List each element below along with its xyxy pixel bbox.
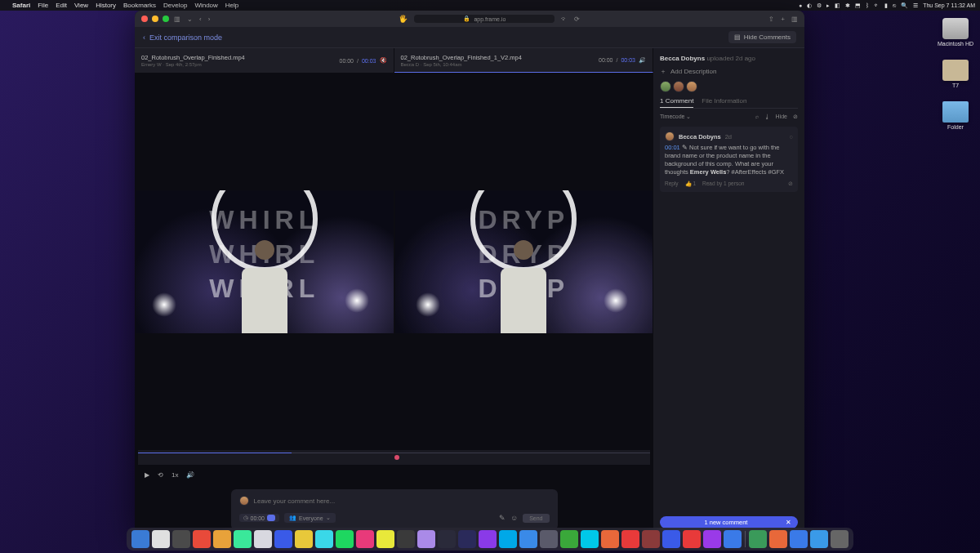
sidebar-toggle-icon[interactable]: ▥ (174, 16, 180, 23)
dock-app-icon[interactable] (810, 530, 828, 548)
viewer-avatars[interactable] (660, 81, 798, 92)
search-icon[interactable]: 🔍 (901, 2, 908, 9)
dock-app-icon[interactable] (213, 530, 231, 548)
menu-bookmarks[interactable]: Bookmarks (123, 2, 156, 9)
address-bar[interactable]: 🔒 app.frame.io (414, 15, 555, 23)
new-comment-toast[interactable]: 1 new comment ✕ (660, 516, 798, 528)
status-icon[interactable]: ⬒ (855, 2, 861, 9)
tabs-icon[interactable]: ▥ (791, 16, 798, 23)
resolve-icon[interactable]: ⊘ (788, 181, 793, 187)
dock-app-icon[interactable] (315, 530, 333, 548)
status-icon[interactable]: ⚙ (817, 2, 822, 9)
dock-app-icon[interactable] (417, 530, 435, 548)
dock-app-icon[interactable] (769, 530, 787, 548)
download-icon[interactable]: ⭳ (764, 114, 770, 120)
dock-app-icon[interactable] (438, 530, 456, 548)
share-icon[interactable]: ⇪ (768, 16, 774, 23)
wifi-icon[interactable]: ᯤ (874, 2, 880, 8)
comment-input[interactable] (254, 497, 550, 505)
status-icon[interactable]: ● (799, 2, 802, 8)
dock-app-icon[interactable] (234, 530, 252, 548)
file-tab-left[interactable]: 02_Rotobrush_Overlap_Finished.mp4 Emery … (135, 48, 394, 73)
status-icon[interactable]: ▸ (826, 2, 830, 9)
dock-app-icon[interactable] (662, 530, 680, 548)
like-button[interactable]: 👍 1 (685, 181, 696, 187)
file-tab-right[interactable]: 02_Rotobrush_Overlap_Finished_1_V2.mp4 B… (394, 48, 654, 73)
reply-button[interactable]: Reply (665, 181, 679, 187)
dock-app-icon[interactable] (601, 530, 619, 548)
menu-view[interactable]: View (74, 2, 88, 9)
timecode-toggle[interactable] (267, 515, 275, 521)
tab-comments[interactable]: 1 Comment (660, 97, 693, 108)
check-icon[interactable]: ⊘ (793, 114, 798, 120)
chevron-down-icon[interactable]: ⌄ (187, 16, 193, 23)
dock-app-icon[interactable] (621, 530, 639, 548)
back-icon[interactable]: ‹ (199, 16, 202, 23)
new-tab-icon[interactable]: + (781, 16, 785, 23)
dock-app-icon[interactable] (458, 530, 476, 548)
desktop-item-t7[interactable]: T7 (942, 60, 969, 88)
timeline-scrubber[interactable] (138, 450, 650, 465)
dock-app-icon[interactable] (540, 530, 558, 548)
dock-app-icon[interactable] (581, 530, 599, 548)
dock-app-icon[interactable] (724, 530, 742, 548)
hide-comments-button[interactable]: ▤ Hide Comments (728, 31, 796, 43)
window-close-icon[interactable] (141, 16, 148, 22)
app-name[interactable]: Safari (12, 2, 30, 9)
dock-app-icon[interactable] (479, 530, 497, 548)
menu-window[interactable]: Window (194, 2, 217, 9)
battery-icon[interactable]: ▮ (884, 2, 888, 9)
comment-menu-icon[interactable]: ○ (789, 133, 793, 140)
menu-history[interactable]: History (96, 2, 116, 9)
volume-icon[interactable]: 🔊 (639, 57, 646, 64)
menu-file[interactable]: File (38, 2, 48, 9)
dock-app-icon[interactable] (397, 530, 415, 548)
dock-app-icon[interactable] (172, 530, 190, 548)
reader-icon[interactable]: ᯤ (561, 16, 568, 23)
status-icon[interactable]: ✱ (845, 2, 850, 9)
dock-app-icon[interactable] (131, 530, 149, 548)
window-zoom-icon[interactable] (163, 16, 169, 22)
status-icon[interactable]: ◐ (807, 2, 812, 9)
desktop-item-hd[interactable]: Macintosh HD (938, 18, 973, 47)
hide-button[interactable]: Hide (776, 114, 787, 120)
bluetooth-icon[interactable]: ᛒ (866, 2, 869, 8)
dock-app-icon[interactable] (499, 530, 517, 548)
menu-help[interactable]: Help (225, 2, 238, 9)
status-icon[interactable]: ⎋ (893, 2, 896, 8)
dock-app-icon[interactable] (274, 530, 292, 548)
timecode-chip[interactable]: ◷ 00:00 (239, 514, 280, 522)
comment-card[interactable]: Becca Dobyns 2d ○ 00:01 ✎ Not sure if we… (660, 127, 798, 192)
dock-app-icon[interactable] (295, 530, 313, 548)
search-icon[interactable]: ⌕ (755, 114, 759, 120)
menu-edit[interactable]: Edit (56, 2, 67, 9)
emoji-icon[interactable]: ☺ (510, 514, 518, 522)
volume-button[interactable]: 🔊 (186, 471, 194, 479)
desktop-item-folder[interactable]: Folder (942, 101, 969, 130)
dock-app-icon[interactable] (749, 530, 767, 548)
dock-app-icon[interactable] (356, 530, 374, 548)
sort-dropdown[interactable]: Timecode ⌄ (660, 114, 691, 120)
control-center-icon[interactable]: ☰ (913, 2, 918, 9)
status-icon[interactable]: ◧ (835, 2, 840, 9)
dock-app-icon[interactable] (193, 530, 211, 548)
speed-button[interactable]: 1x (172, 471, 178, 479)
mention[interactable]: Emery Wells (690, 168, 726, 176)
dock-app-icon[interactable] (376, 530, 394, 548)
dock-app-icon[interactable] (254, 530, 272, 548)
close-icon[interactable]: ✕ (786, 519, 791, 526)
add-description-button[interactable]: ＋ Add Description (660, 67, 798, 76)
comment-marker-icon[interactable] (394, 455, 399, 460)
dock-app-icon[interactable] (831, 530, 849, 548)
comment-timecode[interactable]: 00:01 (665, 144, 680, 151)
audience-dropdown[interactable]: 👥 Everyone ⌄ (284, 513, 336, 523)
reload-icon[interactable]: ⟳ (574, 16, 580, 23)
clock[interactable]: Thu Sep 7 11:32 AM (923, 2, 975, 8)
dock-app-icon[interactable] (152, 530, 170, 548)
dock-app-icon[interactable] (703, 530, 721, 548)
draw-icon[interactable]: ✎ (499, 514, 506, 522)
exit-comparison-button[interactable]: ‹ Exit comparison mode (143, 33, 222, 42)
send-button[interactable]: Send (523, 514, 549, 523)
video-right[interactable]: DRYP DRYP DRYP (395, 190, 653, 333)
dock-app-icon[interactable] (336, 530, 354, 548)
